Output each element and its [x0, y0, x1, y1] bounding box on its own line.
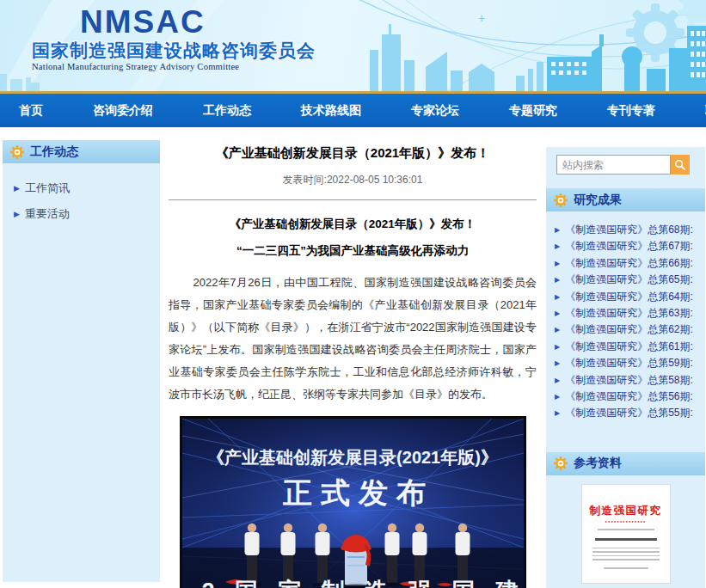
- cover-text-line: [592, 551, 660, 553]
- research-item[interactable]: ▶《制造强国研究》总第62期:: [555, 322, 702, 338]
- research-item[interactable]: ▶《制造强国研究》总第68期:: [555, 222, 702, 238]
- research-section-header: 研究成果: [546, 188, 705, 211]
- sidebar-item-important-events[interactable]: ▶重要活动: [14, 201, 160, 227]
- article-subtitle-1: 《产业基础创新发展目录（2021年版）》发布！: [169, 217, 537, 232]
- event-photo-illustration: 《产业基础创新发展目录(2021年版)》 正式发布: [182, 419, 524, 588]
- reference-section-title: 参考资料: [574, 456, 622, 471]
- journal-cover-dots: ●●●●●●●●●●●●●●: [582, 518, 670, 524]
- publish-time: 发表时间:2022-08-05 10:36:01: [169, 173, 537, 187]
- org-name-en: National Manufacturing Strategy Advisory…: [32, 62, 316, 71]
- triangle-bullet-icon: ▶: [555, 409, 560, 417]
- nav-item-roadmap[interactable]: 技术路线图: [276, 103, 386, 119]
- org-name-cn: 国家制造强国建设战略咨询委员会: [32, 40, 316, 62]
- triangle-bullet-icon: ▶: [555, 309, 560, 317]
- cover-text-line: [595, 538, 657, 541]
- left-sidebar-title: 工作动态: [30, 144, 78, 160]
- research-item[interactable]: ▶《制造强国研究》总第64期:: [555, 289, 702, 305]
- nav-item-expert-forum[interactable]: 专家论坛: [386, 103, 484, 119]
- triangle-bullet-icon: ▶: [14, 184, 20, 193]
- logo-acronym: NMSAC: [80, 5, 316, 40]
- research-item[interactable]: ▶《制造强国研究》总第63期:: [555, 305, 702, 322]
- left-sidebar: 工作动态 ▶工作简讯 ▶重要活动: [3, 140, 160, 582]
- triangle-bullet-icon: ▶: [555, 260, 560, 267]
- triangle-bullet-icon: ▶: [14, 210, 20, 218]
- research-list: ▶《制造强国研究》总第68期: ▶《制造强国研究》总第67期: ▶《制造强国研究…: [546, 211, 705, 422]
- search-icon: [674, 159, 686, 171]
- triangle-bullet-icon: ▶: [555, 377, 560, 384]
- search-input[interactable]: [556, 155, 671, 175]
- research-item[interactable]: ▶《制造强国研究》总第59期:: [555, 355, 702, 371]
- research-item[interactable]: ▶《制造强国研究》总第61期:: [555, 339, 702, 355]
- content-area: 工作动态 ▶工作简讯 ▶重要活动 《产业基础创新发展目录（2021年版）》发布！…: [0, 127, 706, 588]
- triangle-bullet-icon: ▶: [555, 276, 560, 284]
- cover-text-line: [592, 555, 660, 557]
- left-sidebar-header: 工作动态: [3, 140, 160, 163]
- svg-text:+: +: [478, 11, 485, 25]
- sidebar-item-work-brief[interactable]: ▶工作简讯: [14, 175, 160, 201]
- nav-item-work-news[interactable]: 工作动态: [178, 103, 276, 119]
- article-photo: 《产业基础创新发展目录(2021年版)》 正式发布: [180, 416, 526, 588]
- article-title: 《产业基础创新发展目录（2021年版）》发布！: [169, 145, 537, 162]
- gear-icon: [554, 456, 568, 470]
- triangle-bullet-icon: ▶: [555, 343, 560, 351]
- main-nav: 首页 咨询委介绍 工作动态 技术路线图 专家论坛 专题研究 专刊专著 联系我们: [0, 94, 706, 127]
- site-search: [546, 147, 705, 181]
- research-item[interactable]: ▶《制造强国研究》总第67期:: [555, 238, 702, 254]
- left-menu: ▶工作简讯 ▶重要活动: [3, 163, 160, 227]
- triangle-bullet-icon: ▶: [555, 326, 560, 334]
- title-divider: [169, 199, 537, 200]
- article-subtitle-2: “一二三四五”为我国产业基础高级化再添动力: [169, 243, 537, 259]
- nav-item-contact[interactable]: 联系我们: [680, 103, 706, 119]
- triangle-bullet-icon: ▶: [555, 293, 560, 301]
- cover-text-line: [598, 529, 654, 530]
- triangle-bullet-icon: ▶: [555, 242, 560, 250]
- photo-banner-cn: 2 2 国 家 制 造 强 国 建 设 专: [182, 579, 524, 588]
- photo-screen-subtitle: 正式发布: [282, 476, 434, 509]
- article-main: 《产业基础创新发展目录（2021年版）》发布！ 发表时间:2022-08-05 …: [162, 140, 543, 588]
- search-button[interactable]: [671, 155, 690, 175]
- journal-cover-title: 制造强国研究: [582, 504, 670, 518]
- research-item[interactable]: ▶《制造强国研究》总第58期:: [555, 372, 702, 389]
- research-section-title: 研究成果: [574, 193, 622, 208]
- reference-section-header: 参考资料: [546, 452, 705, 475]
- triangle-bullet-icon: ▶: [555, 393, 560, 401]
- gear-icon: [554, 193, 568, 207]
- nav-item-about[interactable]: 咨询委介绍: [68, 103, 178, 119]
- site-header: + +: [0, 0, 706, 91]
- right-sidebar: 研究成果 ▶《制造强国研究》总第68期: ▶《制造强国研究》总第67期: ▶《制…: [546, 147, 705, 588]
- cover-text-line: [604, 567, 648, 569]
- triangle-bullet-icon: ▶: [555, 359, 560, 367]
- nav-item-publications[interactable]: 专刊专著: [582, 103, 680, 119]
- nav-item-special-research[interactable]: 专题研究: [484, 103, 582, 119]
- research-item[interactable]: ▶《制造强国研究》总第66期:: [555, 255, 702, 272]
- cover-text-line: [592, 559, 660, 560]
- triangle-bullet-icon: ▶: [555, 226, 560, 234]
- nav-item-home[interactable]: 首页: [0, 103, 68, 119]
- journal-cover-thumbnail[interactable]: 制造强国研究 ●●●●●●●●●●●●●●: [581, 484, 671, 584]
- article-paragraph: 2022年7月26日，由中国工程院、国家制造强国建设战略咨询委员会指导，国家产业…: [169, 272, 537, 406]
- research-item[interactable]: ▶《制造强国研究》总第56期:: [555, 389, 702, 405]
- site-logo[interactable]: NMSAC 国家制造强国建设战略咨询委员会 National Manufactu…: [32, 5, 316, 71]
- research-item[interactable]: ▶《制造强国研究》总第55期:: [555, 405, 702, 421]
- research-item[interactable]: ▶《制造强国研究》总第65期:: [555, 272, 702, 288]
- gear-icon: [10, 145, 24, 159]
- photo-screen-title: 《产业基础创新发展目录(2021年版)》: [207, 448, 498, 467]
- cover-text-line: [592, 548, 660, 549]
